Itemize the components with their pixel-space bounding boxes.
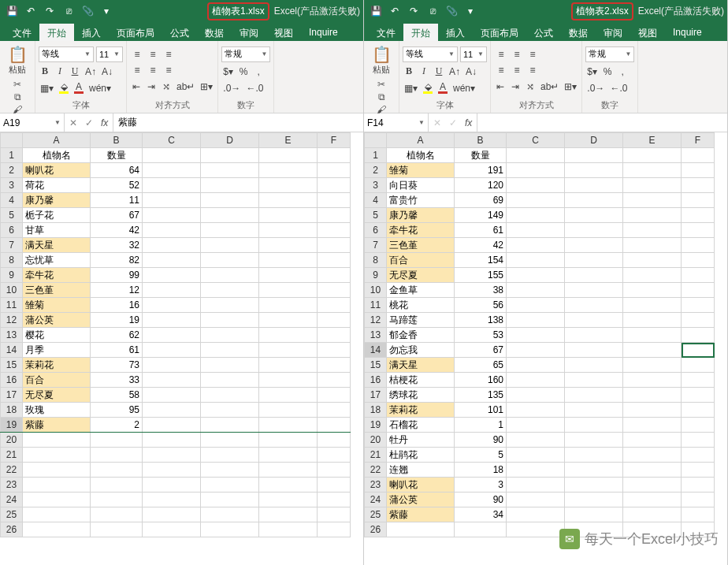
cell[interactable] — [623, 478, 682, 493]
cell[interactable]: 52 — [91, 178, 143, 193]
cell[interactable]: 38 — [455, 283, 507, 298]
cell[interactable] — [143, 163, 201, 178]
cell[interactable] — [259, 463, 318, 478]
cell[interactable] — [682, 148, 715, 163]
row-header[interactable]: 16 — [365, 373, 387, 388]
cell[interactable]: 138 — [455, 313, 507, 328]
cell[interactable] — [91, 478, 143, 493]
cell[interactable]: 连翘 — [387, 463, 455, 478]
cell[interactable] — [682, 358, 715, 373]
cell[interactable]: 金鱼草 — [387, 283, 455, 298]
cell[interactable]: 73 — [91, 358, 143, 373]
italic-button[interactable]: I — [54, 65, 66, 79]
tab-review[interactable]: 审阅 — [596, 24, 630, 41]
cell[interactable] — [682, 313, 715, 328]
cell[interactable]: 茉莉花 — [23, 358, 91, 373]
row-header[interactable]: 23 — [365, 478, 387, 493]
cell[interactable] — [259, 298, 318, 313]
tab-layout[interactable]: 页面布局 — [473, 24, 526, 41]
row-header[interactable]: 20 — [1, 433, 23, 448]
cell[interactable] — [623, 463, 682, 478]
shrink-font-icon[interactable]: A↓ — [464, 65, 478, 79]
row-header[interactable]: 5 — [365, 208, 387, 223]
cell[interactable] — [201, 358, 259, 373]
cell[interactable] — [259, 448, 318, 463]
cell[interactable]: 56 — [455, 298, 507, 313]
cell[interactable] — [507, 522, 565, 537]
align-left-icon[interactable]: ≡ — [130, 63, 144, 77]
paste-button[interactable]: 📋粘贴 — [3, 43, 32, 77]
cell[interactable]: 数量 — [455, 148, 507, 163]
tab-layout[interactable]: 页面布局 — [109, 24, 162, 41]
cell[interactable] — [23, 448, 91, 463]
align-mid-icon[interactable]: ≡ — [146, 47, 160, 61]
cell[interactable]: 67 — [91, 208, 143, 223]
cell[interactable] — [565, 343, 623, 358]
align-center-icon[interactable]: ≡ — [146, 63, 160, 77]
cell[interactable] — [259, 178, 318, 193]
touch-mode-icon[interactable]: ⎚ — [60, 2, 77, 20]
cell[interactable] — [565, 403, 623, 418]
cell[interactable] — [318, 522, 351, 537]
cell[interactable] — [318, 463, 351, 478]
spreadsheet-grid[interactable]: ABCDEF1植物名数量2喇叭花643荷花524康乃馨115栀子花676甘草42… — [0, 132, 363, 565]
cell[interactable] — [507, 223, 565, 238]
cell[interactable] — [318, 223, 351, 238]
cell[interactable] — [682, 193, 715, 208]
redo-icon[interactable]: ↷ — [41, 2, 58, 20]
col-header-E[interactable]: E — [259, 133, 318, 148]
cell[interactable]: 62 — [91, 328, 143, 343]
cell[interactable] — [259, 313, 318, 328]
cancel-formula-icon[interactable]: ✕ — [69, 117, 77, 128]
row-header[interactable]: 20 — [365, 433, 387, 448]
font-color-button[interactable]: A — [436, 81, 449, 95]
tab-file[interactable]: 文件 — [369, 24, 403, 41]
row-header[interactable]: 24 — [365, 493, 387, 507]
row-header[interactable]: 9 — [1, 268, 23, 283]
cell[interactable]: 12 — [91, 283, 143, 298]
row-header[interactable]: 26 — [1, 522, 23, 537]
grow-font-icon[interactable]: A↑ — [84, 65, 98, 79]
row-header[interactable]: 7 — [1, 238, 23, 253]
cell[interactable]: 荷花 — [23, 178, 91, 193]
phonetic-button[interactable]: wén▾ — [87, 81, 113, 95]
row-header[interactable]: 5 — [1, 208, 23, 223]
cell[interactable]: 百合 — [387, 253, 455, 268]
border-button[interactable]: ▦▾ — [39, 81, 55, 95]
cell[interactable] — [318, 373, 351, 388]
cell[interactable] — [259, 148, 318, 163]
cell[interactable] — [623, 418, 682, 433]
cell[interactable]: 栀子花 — [23, 208, 91, 223]
row-header[interactable]: 1 — [365, 148, 387, 163]
orientation-icon[interactable]: ⤭ — [160, 80, 173, 94]
cell[interactable] — [201, 373, 259, 388]
cell[interactable] — [259, 208, 318, 223]
cell[interactable] — [565, 448, 623, 463]
cell[interactable] — [623, 148, 682, 163]
cell[interactable]: 99 — [91, 268, 143, 283]
cell[interactable] — [259, 328, 318, 343]
cell[interactable]: 67 — [455, 343, 507, 358]
align-right-icon[interactable]: ≡ — [526, 63, 540, 77]
cell[interactable]: 向日葵 — [387, 178, 455, 193]
cell[interactable]: 5 — [455, 448, 507, 463]
cell[interactable] — [565, 388, 623, 403]
cell[interactable]: 2 — [91, 418, 143, 433]
cell[interactable] — [318, 313, 351, 328]
cell[interactable] — [201, 388, 259, 403]
row-header[interactable]: 24 — [1, 493, 23, 507]
cell[interactable]: 11 — [91, 193, 143, 208]
accept-formula-icon[interactable]: ✓ — [85, 117, 93, 128]
cell[interactable]: 甘草 — [23, 223, 91, 238]
tab-formula[interactable]: 公式 — [526, 24, 561, 41]
row-header[interactable]: 4 — [1, 193, 23, 208]
cell[interactable] — [565, 373, 623, 388]
row-header[interactable]: 4 — [365, 193, 387, 208]
number-format-select[interactable]: 常规▼ — [221, 46, 270, 62]
save-icon[interactable]: 💾 — [3, 2, 20, 20]
name-box[interactable]: A19▼ — [0, 113, 65, 132]
tab-home[interactable]: 开始 — [403, 24, 438, 41]
cell[interactable] — [682, 373, 715, 388]
cell[interactable] — [318, 433, 351, 448]
row-header[interactable]: 8 — [1, 253, 23, 268]
